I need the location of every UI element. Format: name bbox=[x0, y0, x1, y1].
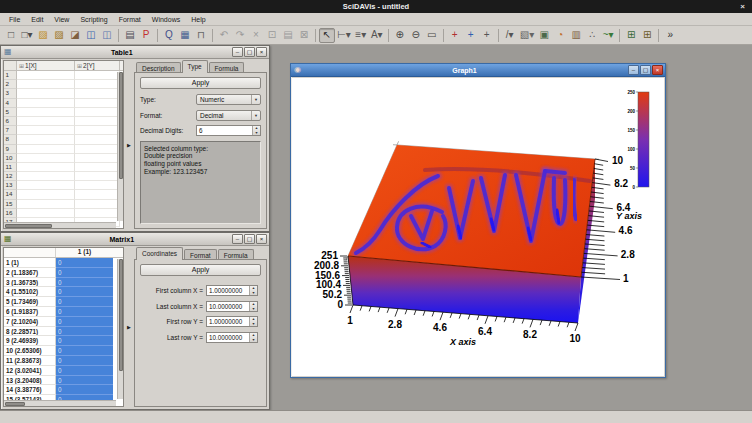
menu-format[interactable]: Format bbox=[114, 15, 146, 24]
row-header[interactable]: 1 bbox=[4, 71, 17, 80]
spinner-arrows[interactable]: ▲▼ bbox=[252, 126, 260, 135]
matrix-row-header[interactable]: 6 (1.91837) bbox=[4, 307, 56, 317]
row-header[interactable]: 6 bbox=[4, 117, 17, 126]
matrix-row-header[interactable]: 3 (1.36735) bbox=[4, 278, 56, 288]
save-template-button[interactable]: ◫ bbox=[99, 28, 115, 43]
table-cell[interactable] bbox=[17, 145, 75, 154]
delete-button[interactable]: ⊠ bbox=[296, 28, 312, 43]
plot-3d-bar-button[interactable]: ▥ bbox=[568, 28, 584, 43]
matrix-row-header[interactable]: 4 (1.55102) bbox=[4, 287, 56, 297]
spin-down-icon[interactable]: ▼ bbox=[250, 291, 257, 296]
row-header[interactable]: 2 bbox=[4, 80, 17, 89]
new-matrix-button[interactable]: ⊞ bbox=[639, 28, 655, 43]
zoom-in-button[interactable]: ⊕ bbox=[392, 28, 408, 43]
table1-titlebar[interactable]: ▦ Table1 – ▢ × bbox=[1, 46, 269, 59]
matrix-cell[interactable]: 0 bbox=[56, 297, 113, 307]
new-legend-dropdown[interactable]: ⊢▾ bbox=[335, 28, 353, 43]
toolbar-overflow-button[interactable]: » bbox=[662, 28, 678, 43]
table-cell[interactable] bbox=[75, 209, 120, 218]
matrix-row-header[interactable]: 11 (2.83673) bbox=[4, 356, 56, 366]
table-cell[interactable] bbox=[17, 135, 75, 144]
spin-down-icon[interactable]: ▼ bbox=[253, 131, 260, 136]
matrix1-column-header[interactable]: 1 (1) bbox=[56, 248, 113, 257]
row-header[interactable]: 8 bbox=[4, 135, 17, 144]
graph1-titlebar[interactable]: ◉ Graph1 – ▢ × bbox=[291, 64, 665, 77]
table1-maximize-button[interactable]: ▢ bbox=[244, 47, 255, 57]
project-explorer-button[interactable]: Q bbox=[161, 28, 177, 43]
table1-vscrollbar[interactable] bbox=[117, 72, 123, 221]
graph1-maximize-button[interactable]: ▢ bbox=[640, 65, 651, 75]
menu-edit[interactable]: Edit bbox=[26, 15, 48, 24]
matrix-row-header[interactable]: 10 (2.65306) bbox=[4, 346, 56, 356]
graph1-minimize-button[interactable]: – bbox=[628, 65, 639, 75]
table-cell[interactable] bbox=[75, 154, 120, 163]
first-row-y-spinbox[interactable]: 1.00000000▲▼ bbox=[206, 316, 258, 327]
apply-button[interactable]: Apply bbox=[140, 77, 261, 89]
table-cell[interactable] bbox=[75, 181, 120, 190]
zoom-out-button[interactable]: ⊖ bbox=[408, 28, 424, 43]
table-cell[interactable] bbox=[17, 172, 75, 181]
menu-windows[interactable]: Windows bbox=[147, 15, 185, 24]
table1-hscrollbar[interactable] bbox=[4, 222, 116, 228]
matrix-row-header[interactable]: 7 (2.10204) bbox=[4, 317, 56, 327]
fit-dropdown[interactable]: ~▾ bbox=[600, 28, 616, 43]
type-combobox[interactable]: Numeric▼ bbox=[196, 94, 261, 105]
menu-scripting[interactable]: Scripting bbox=[75, 15, 112, 24]
row-header[interactable]: 15 bbox=[4, 200, 17, 209]
row-header[interactable]: 13 bbox=[4, 181, 17, 190]
table-cell[interactable] bbox=[17, 126, 75, 135]
add-image-button[interactable]: ▣ bbox=[536, 28, 552, 43]
matrix1-titlebar[interactable]: ▦ Matrix1 – ▢ × bbox=[1, 233, 269, 246]
save-project-button[interactable]: ◫ bbox=[83, 28, 99, 43]
table-cell[interactable] bbox=[75, 126, 120, 135]
cut-button[interactable]: × bbox=[248, 28, 264, 43]
matrix1-panel-toggle[interactable]: ▶ bbox=[125, 247, 133, 407]
table-cell[interactable] bbox=[17, 209, 75, 218]
table-cell[interactable] bbox=[75, 172, 120, 181]
add-curve-dropdown[interactable]: ≡▾ bbox=[353, 28, 369, 43]
table-cell[interactable] bbox=[75, 71, 120, 80]
add-text-dropdown[interactable]: A▾ bbox=[369, 28, 385, 43]
select-range-button[interactable]: + bbox=[463, 28, 479, 43]
matrix-cell[interactable]: 0 bbox=[56, 317, 113, 327]
new-aspect-dropdown[interactable]: □▾ bbox=[19, 28, 35, 43]
first-column-x-spinbox[interactable]: 1.00000000▲▼ bbox=[206, 285, 258, 296]
last-column-x-spinbox[interactable]: 10.0000000▲▼ bbox=[206, 301, 258, 312]
redo-button[interactable]: ↷ bbox=[232, 28, 248, 43]
matrix1-vscrollbar[interactable] bbox=[117, 259, 123, 399]
table1-close-button[interactable]: × bbox=[256, 47, 267, 57]
table1-column-header[interactable]: ⊞2[Y] bbox=[75, 61, 120, 70]
table-cell[interactable] bbox=[17, 181, 75, 190]
matrix-cell[interactable]: 0 bbox=[56, 287, 113, 297]
table-cell[interactable] bbox=[75, 135, 120, 144]
matrix-row-header[interactable]: 8 (2.28571) bbox=[4, 327, 56, 337]
last-row-y-spinbox[interactable]: 10.0000000▲▼ bbox=[206, 332, 258, 343]
decimal-digits-spinbox[interactable]: 6 ▲▼ bbox=[196, 125, 261, 136]
export-pdf-button[interactable]: P bbox=[138, 28, 154, 43]
matrix-row-header[interactable]: 1 (1) bbox=[4, 258, 56, 268]
graph1-close-button[interactable]: × bbox=[652, 65, 663, 75]
matrix1-tab-coordinates[interactable]: Coordinates bbox=[136, 247, 183, 260]
menu-help[interactable]: Help bbox=[186, 15, 210, 24]
row-header[interactable]: 12 bbox=[4, 172, 17, 181]
table-cell[interactable] bbox=[17, 108, 75, 117]
matrix-row-header[interactable]: 5 (1.73469) bbox=[4, 297, 56, 307]
spin-down-icon[interactable]: ▼ bbox=[250, 307, 257, 312]
open-template-button[interactable]: ▨ bbox=[51, 28, 67, 43]
row-header[interactable]: 5 bbox=[4, 108, 17, 117]
table1-panel-toggle[interactable]: ▶ bbox=[125, 60, 133, 229]
table-cell[interactable] bbox=[17, 99, 75, 108]
matrix-cell[interactable]: 0 bbox=[56, 327, 113, 337]
matrix-cell[interactable]: 0 bbox=[56, 336, 113, 346]
table-cell[interactable] bbox=[17, 80, 75, 89]
pie-chart-button[interactable]: ◔ bbox=[552, 28, 568, 43]
row-header[interactable]: 9 bbox=[4, 145, 17, 154]
table-cell[interactable] bbox=[17, 154, 75, 163]
add-function-dropdown[interactable]: ▧▾ bbox=[518, 28, 536, 43]
matrix-cell[interactable]: 0 bbox=[56, 346, 113, 356]
table-cell[interactable] bbox=[75, 80, 120, 89]
table-cell[interactable] bbox=[75, 108, 120, 117]
table1-minimize-button[interactable]: – bbox=[232, 47, 243, 57]
table-cell[interactable] bbox=[17, 200, 75, 209]
matrix-row-header[interactable]: 2 (1.18367) bbox=[4, 268, 56, 278]
